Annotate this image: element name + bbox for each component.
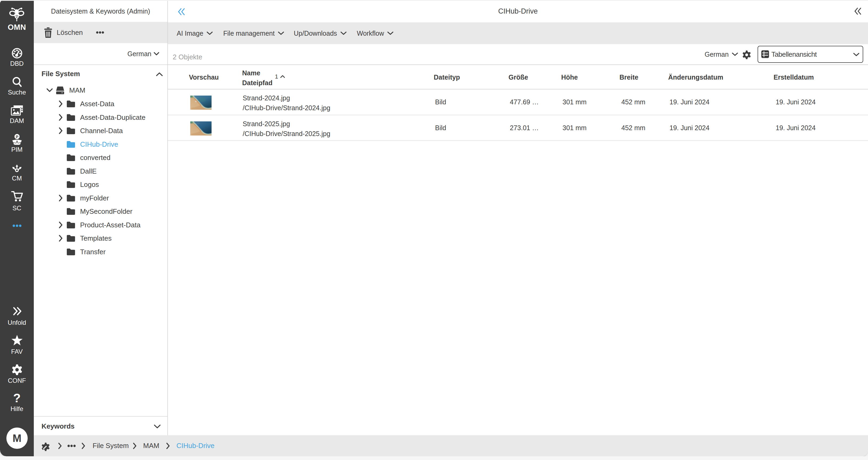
svg-text:P: P [16, 135, 18, 139]
